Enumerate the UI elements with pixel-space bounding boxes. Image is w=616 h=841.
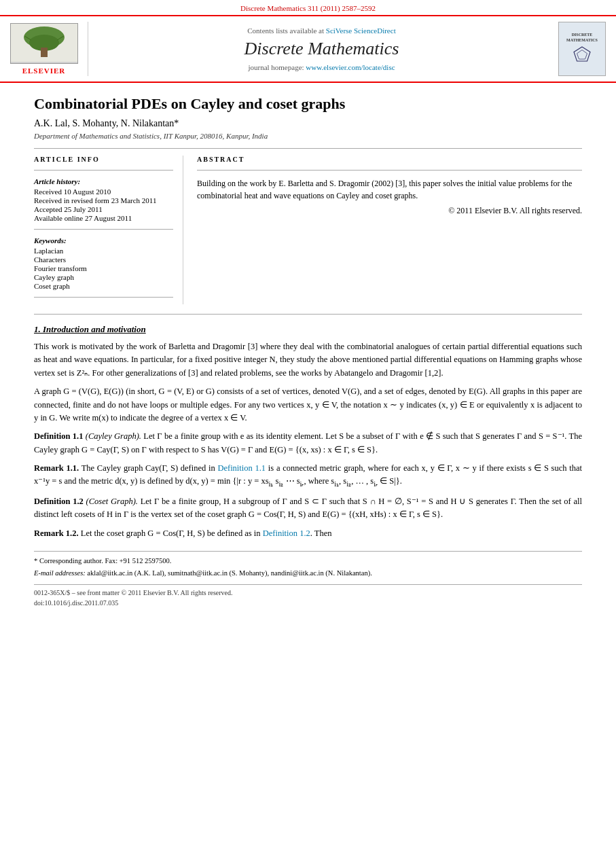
contents-label: Contents lists available at (247, 26, 324, 35)
footnote-section: * Corresponding author. Fax: +91 512 259… (34, 551, 582, 578)
journal-homepage: journal homepage: www.elsevier.com/locat… (248, 63, 395, 71)
keyword-2: Characters (34, 255, 173, 264)
issn-text: 0012-365X/$ – see front matter © 2011 El… (34, 588, 582, 598)
emails-text: aklal@iitk.ac.in (A.K. Lal), sumitnath@i… (87, 569, 372, 577)
definition-2-block: Definition 1.2 (Coset Graph). Let Γ be a… (34, 495, 582, 522)
citation-bar: Discrete Mathematics 311 (2011) 2587–259… (0, 0, 616, 15)
affiliation: Department of Mathematics and Statistics… (34, 132, 582, 140)
elsevier-logo-image (10, 23, 78, 64)
bottom-bar: 0012-365X/$ – see front matter © 2011 El… (34, 584, 582, 608)
elsevier-logo-section: ELSEVIER (7, 22, 88, 76)
journal-thumbnail: DISCRETE MATHEMATICS (555, 22, 609, 76)
email-label: E-mail addresses: (34, 569, 86, 577)
para-1-text: This work is motivated by the work of Ba… (34, 342, 582, 378)
journal-header: ELSEVIER Contents lists available at Sci… (0, 15, 616, 83)
doi-text: doi:10.1016/j.disc.2011.07.035 (34, 598, 582, 608)
abstract-heading: ABSTRACT (197, 156, 582, 163)
keyword-1: Laplacian (34, 247, 173, 255)
journal-info: Contents lists available at SciVerse Sci… (95, 22, 548, 76)
divider-keywords (34, 229, 173, 230)
thumb-title: DISCRETE MATHEMATICS (561, 33, 603, 42)
para-2: A graph G = (V(G), E(G)) (in short, G = … (34, 385, 582, 425)
keywords-section: Keywords: Laplacian Characters Fourier t… (34, 236, 173, 290)
remark2-label: Remark 1.2. (34, 529, 79, 538)
def11-link[interactable]: Definition 1.1 (217, 463, 266, 473)
keyword-5: Coset graph (34, 282, 173, 290)
article-info-heading: ARTICLE INFO (34, 156, 173, 163)
remark1-label: Remark 1.1. (34, 463, 79, 473)
journal-title: Discrete Mathematics (244, 39, 399, 59)
def2-title: (Coset Graph). (86, 497, 138, 506)
divider-2 (34, 314, 582, 315)
article-info-col: ARTICLE INFO Article history: Received 1… (34, 156, 183, 304)
def2-label: Definition 1.2 (34, 497, 84, 506)
history-item-3: Accepted 25 July 2011 (34, 205, 173, 213)
keywords-label: Keywords: (34, 236, 173, 245)
divider-end-keywords (34, 297, 173, 298)
history-label: Article history: (34, 177, 173, 185)
info-abstract-section: ARTICLE INFO Article history: Received 1… (34, 156, 582, 304)
para-2-text: A graph G = (V(G), E(G)) (in short, G = … (34, 387, 582, 423)
def1-title: (Cayley Graph). (86, 431, 141, 441)
citation-text: Discrete Mathematics 311 (2011) 2587–259… (240, 4, 376, 12)
remark2-text: Let the coset graph G = Cos(Γ, H, S) be … (81, 529, 332, 538)
sciverse-link[interactable]: SciVerse ScienceDirect (326, 26, 396, 35)
para-1: This work is motivated by the work of Ba… (34, 340, 582, 380)
section-1-title: 1. Introduction and motivation (34, 324, 582, 335)
remark-1-block: Remark 1.1. The Cayley graph Cay(Γ, S) d… (34, 462, 582, 490)
def1-label: Definition 1.1 (34, 431, 83, 441)
history-item-2: Received in revised form 23 March 2011 (34, 196, 173, 204)
svg-marker-7 (577, 50, 587, 59)
divider-info (34, 170, 173, 171)
thumb-pentagon-icon (572, 45, 592, 65)
abstract-text: Building on the work by E. Barletta and … (197, 177, 582, 217)
svg-rect-3 (41, 48, 48, 57)
authors: A.K. Lal, S. Mohanty, N. Nilakantan* (34, 118, 582, 129)
contents-line: Contents lists available at SciVerse Sci… (247, 26, 395, 35)
footnote-star: * Corresponding author. Fax: +91 512 259… (34, 556, 582, 566)
remark1-text: The Cayley graph Cay(Γ, S) defined in De… (34, 463, 582, 486)
history-item-1: Received 10 August 2010 (34, 187, 173, 196)
thumb-box: DISCRETE MATHEMATICS (558, 22, 606, 76)
paper-title: Combinatorial PDEs on Cayley and coset g… (34, 95, 582, 113)
authors-text: A.K. Lal, S. Mohanty, N. Nilakantan* (34, 118, 179, 128)
keyword-3: Fourier transform (34, 264, 173, 272)
history-item-4: Available online 27 August 2011 (34, 214, 173, 222)
divider-abstract (197, 170, 582, 171)
keyword-4: Cayley graph (34, 273, 173, 281)
homepage-link[interactable]: www.elsevier.com/locate/disc (306, 63, 395, 71)
abstract-body: Building on the work by E. Barletta and … (197, 179, 572, 200)
copyright-text: © 2011 Elsevier B.V. All rights reserved… (197, 204, 582, 217)
def12-link[interactable]: Definition 1.2 (263, 529, 310, 538)
remark-2-block: Remark 1.2. Let the coset graph G = Cos(… (34, 527, 582, 540)
abstract-col: ABSTRACT Building on the work by E. Barl… (197, 156, 582, 304)
definition-1-block: Definition 1.1 (Cayley Graph). Let Γ be … (34, 430, 582, 457)
footnote-emails: E-mail addresses: aklal@iitk.ac.in (A.K.… (34, 568, 582, 578)
main-content: Combinatorial PDEs on Cayley and coset g… (0, 83, 616, 622)
divider-1 (34, 148, 582, 149)
elsevier-text: ELSEVIER (22, 67, 66, 75)
